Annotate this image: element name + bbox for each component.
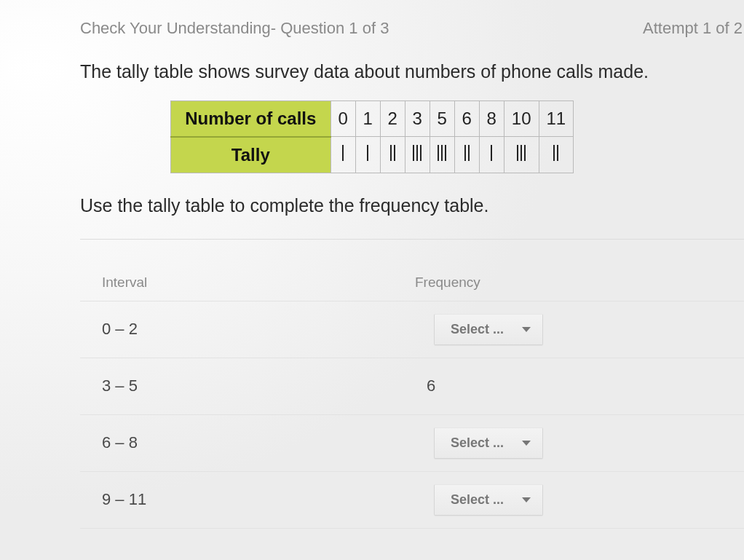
- frequency-table: IntervalFrequency0 – 2Select ...3 – 566 …: [80, 240, 744, 529]
- tally-marks-cell: [504, 137, 539, 173]
- interval-label: 3 – 5: [102, 376, 415, 395]
- interval-label: 9 – 11: [102, 490, 415, 509]
- select-placeholder: Select ...: [451, 492, 504, 508]
- tally-col-number: 2: [380, 100, 405, 137]
- tally-marks-cell: [539, 137, 574, 173]
- tally-marks-cell: [405, 137, 430, 173]
- frequency-select[interactable]: Select ...: [434, 314, 543, 345]
- tally-col-number: 6: [454, 100, 479, 137]
- frequency-select[interactable]: Select ...: [434, 484, 543, 516]
- tally-row-label-tally: Tally: [170, 137, 331, 173]
- tally-marks-cell: [331, 137, 355, 173]
- attempt-counter: Attempt 1 of 2: [643, 19, 744, 38]
- frequency-row: 6 – 8Select ...: [80, 415, 744, 472]
- interval-label: 0 – 2: [102, 320, 415, 339]
- tally-col-number: 1: [355, 100, 380, 137]
- frequency-row: 9 – 11Select ...: [80, 472, 744, 529]
- col-header-interval: Interval: [102, 275, 415, 291]
- select-placeholder: Select ...: [451, 435, 504, 451]
- tally-col-number: 0: [331, 100, 355, 137]
- chevron-down-icon: [522, 327, 531, 332]
- question-prompt-1: The tally table shows survey data about …: [80, 60, 744, 84]
- frequency-value: 6: [415, 376, 722, 395]
- select-placeholder: Select ...: [451, 322, 504, 337]
- tally-col-number: 3: [405, 100, 430, 137]
- tally-marks-cell: [355, 137, 380, 173]
- frequency-select[interactable]: Select ...: [434, 427, 543, 459]
- tally-marks-cell: [430, 137, 454, 173]
- question-header: Check Your Understanding- Question 1 of …: [80, 19, 744, 38]
- frequency-table-header: IntervalFrequency: [80, 240, 744, 301]
- interval-label: 6 – 8: [102, 433, 415, 452]
- tally-col-number: 10: [504, 100, 539, 137]
- tally-marks-cell: [479, 137, 504, 173]
- frequency-cell: Select ...: [415, 427, 722, 459]
- frequency-row: 3 – 56: [80, 358, 744, 415]
- tally-col-number: 11: [539, 100, 574, 137]
- col-header-frequency: Frequency: [415, 275, 722, 291]
- frequency-cell: Select ...: [415, 484, 722, 516]
- tally-col-number: 5: [430, 100, 454, 137]
- tally-row-label-calls: Number of calls: [170, 100, 331, 137]
- tally-table: Number of calls01235681011Tally: [170, 100, 574, 173]
- tally-marks-cell: [454, 137, 479, 173]
- chevron-down-icon: [522, 441, 531, 446]
- chevron-down-icon: [522, 497, 531, 502]
- frequency-row: 0 – 2Select ...: [80, 301, 744, 358]
- question-progress: Check Your Understanding- Question 1 of …: [80, 19, 389, 38]
- frequency-cell: Select ...: [415, 314, 722, 345]
- tally-col-number: 8: [479, 100, 504, 137]
- tally-marks-cell: [380, 137, 405, 173]
- question-prompt-2: Use the tally table to complete the freq…: [80, 194, 744, 218]
